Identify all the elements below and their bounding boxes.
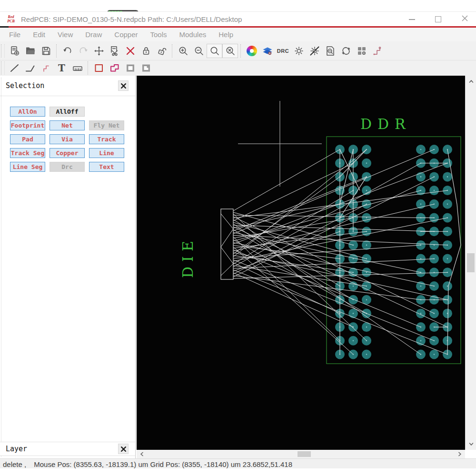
menu-bar: FileEditViewDrawCopperToolsModulesHelp — [0, 28, 476, 41]
maximize-icon — [435, 16, 441, 22]
ratsnest-line — [233, 163, 421, 267]
drc-button[interactable]: DRC — [275, 44, 291, 58]
menu-draw[interactable]: Draw — [79, 30, 108, 39]
draw-polyline-button[interactable] — [22, 61, 38, 75]
scroll-up-arrow[interactable] — [466, 78, 476, 85]
scroll-down-arrow[interactable] — [466, 440, 476, 448]
pad-center — [420, 176, 422, 178]
toolbar-drag-handle[interactable] — [1, 61, 5, 75]
menu-edit[interactable]: Edit — [27, 30, 51, 39]
color-settings-button[interactable] — [244, 44, 259, 58]
draw-filled-polygon-button[interactable] — [138, 61, 154, 75]
draw-step-line-button[interactable] — [38, 61, 54, 75]
close-button[interactable] — [461, 15, 468, 24]
zoom-in-button[interactable] — [175, 44, 191, 58]
route-button[interactable] — [369, 44, 385, 58]
draw-polygon-button[interactable] — [107, 61, 122, 75]
zoom-selection-button[interactable] — [322, 44, 338, 58]
pad-center — [353, 313, 354, 314]
pad-center — [434, 190, 435, 191]
die-strip-inner-line — [221, 264, 233, 276]
menu-file[interactable]: File — [3, 30, 27, 39]
selection-button-via[interactable]: Via — [50, 134, 85, 144]
layer-panel-title: Layer — [6, 445, 27, 453]
draw-filled-rect-button[interactable] — [122, 61, 138, 75]
redo-button[interactable] — [75, 44, 91, 58]
zoom-window-button[interactable] — [207, 44, 222, 58]
highlight-off-button[interactable] — [307, 44, 322, 58]
lock-button[interactable] — [138, 44, 154, 58]
zoom-cancel-button[interactable] — [222, 44, 238, 58]
selection-button-footprint[interactable]: Footprint — [10, 120, 45, 130]
pad-center — [447, 204, 448, 205]
minimize-button[interactable] — [409, 19, 415, 20]
pad-center — [353, 286, 354, 287]
pad-center — [353, 340, 354, 342]
delete-button[interactable] — [122, 44, 138, 58]
menu-modules[interactable]: Modules — [173, 30, 213, 39]
pad-center — [366, 299, 367, 300]
draw-toolbar: T — [0, 60, 476, 76]
ratsnest-line — [233, 237, 340, 340]
menu-copper[interactable]: Copper — [108, 30, 144, 39]
undo-icon — [62, 45, 73, 57]
selection-button-line-seg[interactable]: Line Seg — [10, 162, 45, 172]
selection-button-copper[interactable]: Copper — [50, 148, 85, 158]
selection-button-allon[interactable]: AllOn — [10, 107, 45, 117]
menu-tools[interactable]: Tools — [144, 30, 173, 39]
selection-button-pad[interactable]: Pad — [10, 134, 45, 144]
refresh-button[interactable] — [338, 44, 354, 58]
scroll-right-arrow[interactable] — [456, 450, 464, 458]
selection-button-alloff[interactable]: AllOff — [50, 107, 85, 117]
cut-button[interactable] — [107, 44, 122, 58]
layer-panel-close-button[interactable] — [118, 444, 129, 454]
selection-button-text[interactable]: Text — [89, 162, 124, 172]
refresh-icon — [340, 45, 352, 57]
selection-button-fly-net[interactable]: Fly Net — [89, 120, 124, 130]
logo-text-1: Red — [5, 15, 17, 19]
selection-panel-close-button[interactable] — [118, 80, 129, 91]
pcb-canvas[interactable]: DDRDIE — [137, 76, 465, 450]
open-file-button[interactable] — [22, 44, 38, 58]
horizontal-scroll-thumb[interactable] — [298, 451, 311, 457]
die-strip-inner-line — [221, 214, 233, 229]
selection-panel-header: Selection — [0, 76, 135, 96]
polyline-icon — [25, 62, 36, 74]
toolbar-drag-handle[interactable] — [1, 44, 5, 58]
move-button[interactable] — [91, 44, 107, 58]
left-dock: Selection AllOnAllOffFootprintNetFly Net… — [0, 76, 136, 458]
vertical-scrollbar[interactable] — [465, 76, 476, 450]
modules-button[interactable] — [354, 44, 369, 58]
layers-button[interactable] — [259, 44, 275, 58]
selection-button-track[interactable]: Track — [89, 134, 124, 144]
selection-button-drc[interactable]: Drc — [50, 162, 85, 172]
selection-button-net[interactable]: Net — [50, 120, 85, 130]
pad-center — [447, 286, 448, 287]
title-bar: Red PCB RedPCB: SIP-DEMO_0130-5-N.redpcb… — [0, 11, 476, 27]
zoom-out-button[interactable] — [191, 44, 207, 58]
measure-button[interactable] — [69, 61, 85, 75]
vertical-scroll-thumb[interactable] — [467, 253, 475, 272]
scroll-left-arrow[interactable] — [138, 450, 146, 458]
maximize-button[interactable] — [435, 16, 441, 22]
draw-rect-button[interactable] — [91, 61, 107, 75]
layer-panel-header: Layer — [0, 442, 135, 456]
color-wheel-icon — [247, 46, 257, 56]
draw-line-button[interactable] — [7, 61, 22, 75]
undo-button[interactable] — [60, 44, 75, 58]
pad-center — [420, 204, 422, 205]
selection-button-track-seg[interactable]: Track Seg — [10, 148, 45, 158]
new-document-button[interactable] — [7, 44, 22, 58]
zoom-window-icon — [209, 45, 220, 57]
zoom-document-icon — [325, 45, 336, 57]
horizontal-scrollbar[interactable] — [137, 450, 465, 458]
save-button[interactable] — [38, 44, 54, 58]
unlock-button[interactable] — [154, 44, 169, 58]
menu-view[interactable]: View — [51, 30, 79, 39]
pad-center — [366, 354, 367, 355]
close-icon — [461, 15, 468, 22]
selection-button-line[interactable]: Line — [89, 148, 124, 158]
draw-text-button[interactable]: T — [54, 61, 69, 75]
highlight-on-button[interactable] — [291, 44, 307, 58]
menu-help[interactable]: Help — [212, 30, 239, 39]
